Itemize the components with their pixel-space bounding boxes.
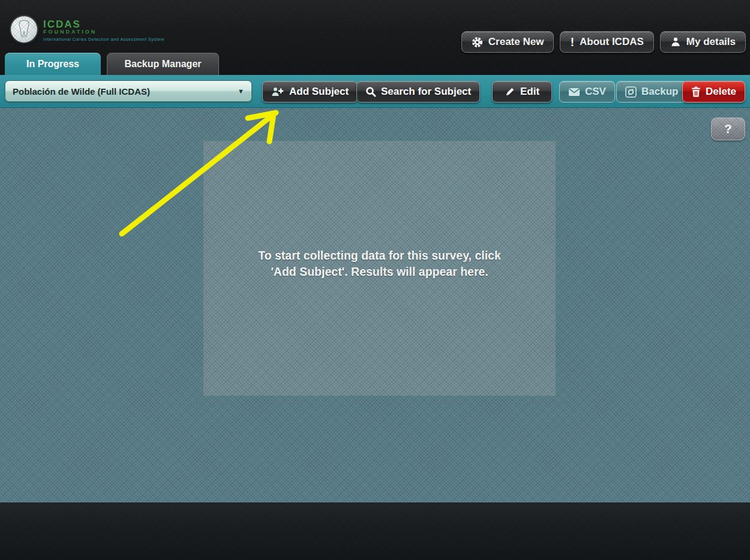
envelope-icon xyxy=(568,88,580,97)
empty-state-message: To start collecting data for this survey… xyxy=(203,248,556,280)
help-button[interactable]: ? xyxy=(711,118,745,140)
pencil-icon xyxy=(505,86,515,97)
chevron-down-icon: ▼ xyxy=(233,88,244,95)
csv-label: CSV xyxy=(585,86,606,98)
trash-icon xyxy=(691,86,701,97)
brand-tagline: International Caries Detection and Asses… xyxy=(43,37,164,43)
survey-select[interactable]: Población de Wilde (Full ICDAS) ▼ xyxy=(5,80,252,102)
brand-name: ICDAS xyxy=(43,20,164,29)
bottom-band xyxy=(0,502,750,560)
tab-backup-manager[interactable]: Backup Manager xyxy=(107,53,219,75)
my-details-button[interactable]: My details xyxy=(660,31,746,53)
empty-state-message-line1: To start collecting data for this survey… xyxy=(203,248,556,264)
csv-button: CSV xyxy=(559,81,615,103)
results-panel: To start collecting data for this survey… xyxy=(203,141,556,396)
about-icdas-button[interactable]: ! About ICDAS xyxy=(560,31,653,53)
search-icon xyxy=(365,86,376,97)
exclamation-icon: ! xyxy=(570,35,574,49)
gear-icon xyxy=(472,37,483,48)
delete-button[interactable]: Delete xyxy=(682,81,745,103)
header-buttons: Create New ! About ICDAS My details xyxy=(461,31,746,53)
edit-button[interactable]: Edit xyxy=(492,81,552,103)
edit-label: Edit xyxy=(520,86,539,98)
backup-button: Backup xyxy=(616,81,687,103)
help-button-label: ? xyxy=(724,122,732,136)
tab-in-progress-label: In Progress xyxy=(26,59,79,70)
empty-state-message-line2: 'Add Subject'. Results will appear here. xyxy=(203,264,556,280)
delete-label: Delete xyxy=(706,86,736,98)
tooth-logo-icon xyxy=(11,16,37,43)
my-details-label: My details xyxy=(686,36,736,48)
content-area: To start collecting data for this survey… xyxy=(0,108,750,502)
about-icdas-label: About ICDAS xyxy=(580,36,644,48)
brand-logo: ICDAS FOUNDATION International Caries De… xyxy=(11,16,164,43)
survey-select-value: Población de Wilde (Full ICDAS) xyxy=(13,86,233,97)
person-plus-icon xyxy=(271,86,284,97)
create-new-button[interactable]: Create New xyxy=(461,31,554,53)
brand-subtitle: FOUNDATION xyxy=(43,29,164,35)
add-subject-button[interactable]: Add Subject xyxy=(262,81,358,103)
tab-in-progress[interactable]: In Progress xyxy=(5,53,101,75)
person-icon xyxy=(670,37,681,47)
search-for-subject-label: Search for Subject xyxy=(381,86,471,98)
backup-label: Backup xyxy=(641,86,678,98)
add-subject-label: Add Subject xyxy=(289,86,349,98)
backup-sync-icon xyxy=(625,86,637,98)
tab-backup-manager-label: Backup Manager xyxy=(124,59,201,70)
toolbar: Población de Wilde (Full ICDAS) ▼ Add Su… xyxy=(0,75,750,108)
create-new-label: Create New xyxy=(488,36,544,48)
search-for-subject-button[interactable]: Search for Subject xyxy=(356,81,480,103)
